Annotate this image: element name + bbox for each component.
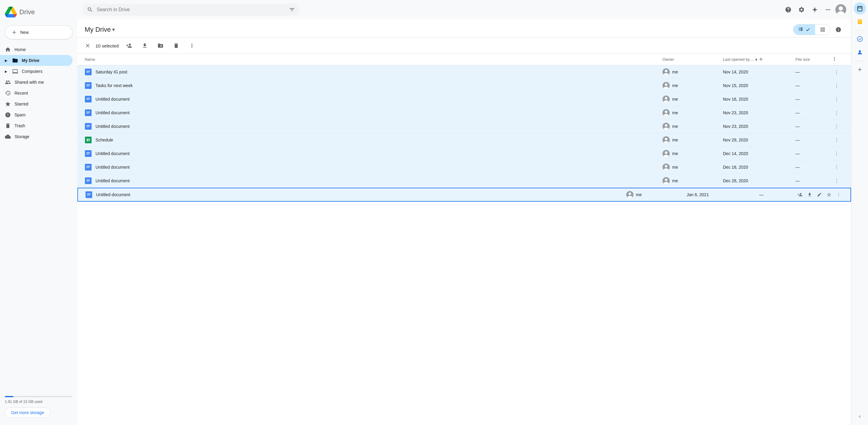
list-view-button[interactable]	[793, 25, 815, 35]
table-row[interactable]: Untitled document me Nov 23, 2020 — ⋮	[78, 120, 851, 133]
sidebar-item-my-drive[interactable]: ▶ My Drive	[0, 55, 72, 66]
row-more-button[interactable]: ⋮	[832, 81, 841, 90]
more-actions-button[interactable]	[186, 40, 197, 51]
row-more-button[interactable]: ⋮	[832, 122, 841, 131]
grid-view-button[interactable]	[815, 25, 830, 35]
search-filter-icon[interactable]	[289, 7, 295, 13]
date-cell: Nov 23, 2020	[723, 124, 796, 129]
file-name: Tasks for next week	[95, 83, 133, 88]
file-name-cell: Untitled document	[85, 150, 662, 157]
owner-name: me	[672, 178, 678, 183]
table-row[interactable]: Saturday IG post me Nov 14, 2020 — ⋮	[78, 65, 851, 79]
file-name: Untitled document	[95, 178, 130, 183]
search-input[interactable]	[97, 7, 285, 12]
row-add-person-button[interactable]	[796, 190, 805, 199]
drive-title[interactable]: My Drive ▾	[85, 26, 115, 34]
drive-title-dropdown-icon[interactable]: ▾	[112, 26, 115, 33]
file-name: Schedule	[95, 138, 113, 142]
apps-button[interactable]	[822, 4, 834, 16]
settings-button[interactable]	[796, 4, 808, 16]
row-more-button[interactable]: ⋮	[832, 176, 841, 186]
table-row[interactable]: Untitled document me Dec 14, 2020 — ⋮	[78, 147, 851, 160]
table-row[interactable]: Untitled document me Nov 23, 2020 — ⋮	[78, 106, 851, 120]
table-row[interactable]: Untitled document me Dec 28, 2020 — ⋮	[78, 174, 851, 188]
sidebar-item-trash-label: Trash	[14, 123, 25, 128]
row-more-button[interactable]: ⋮	[832, 135, 841, 145]
file-name-cell: Untitled document	[85, 177, 662, 184]
owner-avatar	[662, 68, 670, 75]
info-button[interactable]	[833, 24, 844, 35]
sidebar-item-trash[interactable]: Trash	[0, 120, 72, 131]
row-more-button[interactable]: ⋮	[832, 67, 841, 77]
get-more-storage-button[interactable]: Get more storage	[5, 407, 51, 418]
sidebar-item-starred[interactable]: Starred	[0, 98, 72, 110]
size-cell: —	[796, 151, 832, 156]
add-person-button[interactable]	[124, 40, 134, 51]
sidebar-item-shared-label: Shared with me	[14, 80, 44, 85]
sidebar-item-shared[interactable]: Shared with me	[0, 77, 72, 88]
svg-rect-48	[858, 6, 862, 11]
owner-name: me	[672, 110, 678, 115]
table-row[interactable]: Schedule me Nov 29, 2020 — ⋮	[78, 133, 851, 147]
storage-bar-fill	[5, 396, 13, 397]
row-edit-button[interactable]	[815, 190, 824, 199]
clear-selection-button[interactable]	[85, 42, 91, 49]
svg-point-34	[665, 151, 667, 154]
row-more-button[interactable]: ⋮	[832, 94, 841, 104]
doc-icon	[85, 191, 92, 198]
gemini-button[interactable]	[809, 4, 821, 16]
file-name: Saturday IG post	[95, 69, 127, 74]
search-bar[interactable]	[82, 4, 300, 16]
row-more-button[interactable]: ⋮	[834, 190, 843, 199]
contacts-button[interactable]	[854, 46, 866, 58]
col-header-file-size[interactable]: File size	[796, 57, 832, 62]
table-row[interactable]: Tasks for next week me Nov 15, 2020 — ⋮	[78, 79, 851, 92]
file-name-cell: Saturday IG post	[85, 68, 662, 75]
file-name: Untitled document	[95, 165, 130, 170]
help-button[interactable]	[782, 4, 794, 16]
file-name: Untitled document	[95, 110, 130, 115]
delete-button[interactable]	[171, 40, 182, 51]
owner-avatar	[662, 163, 670, 171]
row-download-button[interactable]	[805, 190, 814, 199]
user-avatar[interactable]	[835, 4, 846, 15]
sidebar: Drive New Home ▶ My Drive ▶ Computers	[0, 0, 78, 425]
col-header-last-opened[interactable]: Last opened by ... ▾	[723, 57, 796, 62]
row-more-button[interactable]: ⋮	[832, 162, 841, 172]
svg-rect-27	[89, 140, 90, 140]
table-row[interactable]: Untitled document me Jan 6, 2021 —	[78, 188, 851, 202]
add-apps-button[interactable]	[854, 63, 866, 75]
calendar-button[interactable]	[854, 2, 866, 14]
sidebar-item-spam[interactable]: Spam	[0, 110, 72, 120]
keep-button[interactable]	[854, 16, 866, 28]
download-button[interactable]	[139, 40, 150, 51]
row-more-button[interactable]: ⋮	[832, 149, 841, 158]
sidebar-item-recent[interactable]: Recent	[0, 88, 72, 98]
svg-rect-19	[85, 123, 92, 130]
row-star-button[interactable]	[825, 190, 834, 199]
right-panel	[851, 0, 868, 425]
sidebar-item-computers[interactable]: ▶ Computers	[0, 66, 72, 77]
list-view-icon	[798, 27, 804, 32]
sidebar-item-storage[interactable]: Storage	[0, 131, 72, 142]
doc-icon	[85, 150, 92, 157]
panel-collapse-button[interactable]	[854, 411, 866, 423]
sidebar-item-home[interactable]: Home	[0, 44, 72, 55]
col-header-name[interactable]: Name	[85, 57, 662, 62]
new-button[interactable]: New	[5, 25, 72, 39]
owner-avatar	[662, 150, 670, 157]
owner-cell: me	[662, 150, 723, 157]
drive-header: My Drive ▾	[78, 19, 851, 38]
size-cell: —	[759, 192, 796, 197]
search-icon	[87, 7, 93, 13]
move-to-button[interactable]	[155, 40, 166, 51]
tasks-button[interactable]	[854, 33, 866, 45]
row-more-button[interactable]: ⋮	[832, 108, 841, 118]
file-name: Untitled document	[95, 97, 130, 101]
col-header-owner[interactable]: Owner	[662, 57, 723, 62]
table-row[interactable]: Untitled document me Dec 18, 2020 — ⋮	[78, 160, 851, 174]
svg-point-53	[857, 37, 862, 42]
table-row[interactable]: Untitled document me Nov 16, 2020 — ⋮	[78, 92, 851, 106]
owner-cell: me	[662, 136, 723, 144]
sidebar-item-home-label: Home	[14, 47, 26, 52]
